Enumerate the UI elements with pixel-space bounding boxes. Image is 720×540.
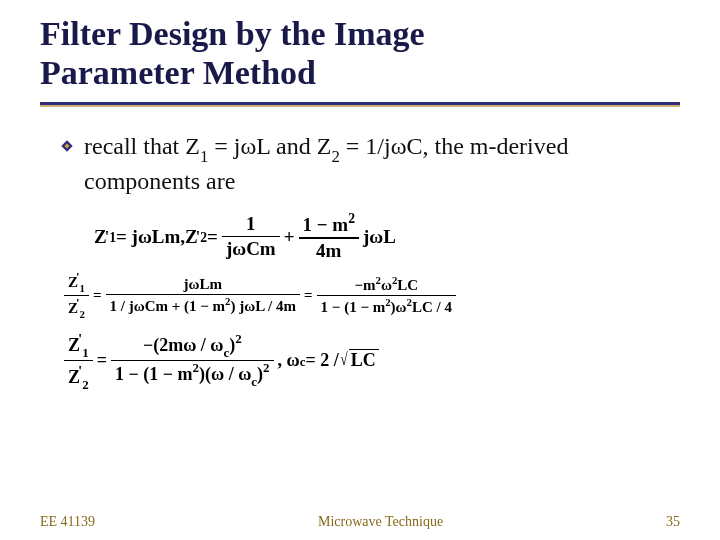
text-frag: = (93, 287, 102, 304)
denominator: 1 / jωCm + (1 − m2) jωL / 4m (106, 295, 301, 316)
superscript: 2 (225, 295, 230, 307)
superscript: 2 (376, 274, 381, 286)
text-frag: ω (381, 277, 392, 293)
fraction: Z'1 Z'2 (64, 329, 93, 392)
text-frag: = jωL and Z (208, 133, 331, 159)
slide-content: recall that Z1 = jωL and Z2 = 1/jωC, the… (0, 105, 720, 392)
text-frag: = 2 / (305, 350, 338, 371)
superscript: 2 (392, 274, 397, 286)
subscript: 2 (80, 308, 85, 320)
text-frag: )ω (391, 299, 407, 315)
text-frag: = jωLm, (116, 226, 185, 248)
denominator: jωCm (222, 237, 280, 261)
subscript: c (251, 374, 257, 389)
text-frag: LC (397, 277, 418, 293)
footer-center: Microwave Technique (318, 514, 443, 530)
text-frag: , ω (278, 350, 300, 371)
text-frag: 1 − (1 − m (321, 299, 386, 315)
text-frag: recall that Z (84, 133, 200, 159)
slide-title: Filter Design by the Image Parameter Met… (0, 0, 720, 98)
equations: Z'1 = jωLm, Z'2 = 1 jωCm + 1 − m2 4m jωL… (60, 211, 676, 392)
numerator: 1 − m2 (299, 211, 360, 237)
text-frag: = (207, 226, 218, 248)
subscript: 1 (200, 147, 208, 166)
denominator: 4m (312, 239, 345, 263)
title-line1: Filter Design by the Image (40, 15, 425, 52)
denominator: Z'2 (64, 361, 93, 392)
footer-left: EE 41139 (40, 514, 95, 530)
fraction: jωLm 1 / jωCm + (1 − m2) jωL / 4m (106, 275, 301, 316)
equation-2: Z'1 Z'2 = jωLm 1 / jωCm + (1 − m2) jωL /… (60, 270, 676, 320)
fraction: Z'1 Z'2 (64, 270, 89, 320)
subscript: c (300, 354, 306, 370)
text-frag: jωL (363, 226, 396, 248)
subscript: 2 (200, 230, 207, 246)
superscript: 2 (385, 296, 390, 308)
text-frag: −(2mω / ω (143, 335, 224, 355)
fraction: 1 jωCm (222, 212, 280, 261)
superscript: 2 (193, 360, 199, 375)
slide-footer: EE 41139 Microwave Technique 35 (0, 514, 720, 530)
numerator: −m2ω2LC (350, 274, 422, 295)
superscript: 2 (348, 211, 355, 226)
subscript: c (223, 345, 229, 360)
fraction: −m2ω2LC 1 − (1 − m2)ω2LC / 4 (317, 274, 456, 317)
text-frag: LC / 4 (412, 299, 452, 315)
denominator: 1 − (1 − m2)ω2LC / 4 (317, 296, 456, 317)
text-frag: = (304, 287, 313, 304)
subscript: 2 (82, 377, 88, 392)
text-frag: = (97, 350, 107, 371)
numerator: −(2mω / ωc)2 (139, 332, 246, 360)
equation-1: Z'1 = jωLm, Z'2 = 1 jωCm + 1 − m2 4m jωL (94, 211, 676, 262)
surd-symbol: √ (340, 349, 347, 371)
title-line2: Parameter Method (40, 54, 316, 91)
superscript: 2 (407, 296, 412, 308)
bullet-text: recall that Z1 = jωL and Z2 = 1/jωC, the… (84, 131, 676, 197)
equation-3: Z'1 Z'2 = −(2mω / ωc)2 1 − (1 − m2)(ω / … (60, 329, 676, 392)
numerator: jωLm (180, 275, 226, 294)
subscript: 1 (109, 230, 116, 246)
denominator: Z'2 (64, 296, 89, 320)
subscript: 1 (82, 345, 88, 360)
text-frag: 1 − m (303, 214, 349, 235)
subscript: 1 (80, 282, 85, 294)
fraction: 1 − m2 4m (299, 211, 360, 262)
diamond-bullet-icon (60, 139, 74, 153)
square-root: √LC (339, 349, 379, 371)
text-frag: + (284, 226, 295, 248)
text-frag: 1 / jωCm + (1 − m (110, 298, 226, 314)
numerator: Z'1 (64, 329, 93, 360)
subscript: 2 (331, 147, 339, 166)
numerator: Z'1 (64, 270, 89, 294)
fraction: −(2mω / ωc)2 1 − (1 − m2)(ω / ωc)2 (111, 332, 274, 389)
bullet-item: recall that Z1 = jωL and Z2 = 1/jωC, the… (60, 131, 676, 197)
denominator: 1 − (1 − m2)(ω / ωc)2 (111, 361, 274, 389)
numerator: 1 (242, 212, 260, 236)
footer-page-number: 35 (666, 514, 680, 530)
radicand: LC (349, 349, 379, 371)
text-frag: )(ω / ω (199, 364, 251, 384)
text-frag: −m (354, 277, 375, 293)
text-frag: 1 − (1 − m (115, 364, 193, 384)
superscript: 2 (263, 360, 269, 375)
superscript: 2 (235, 331, 241, 346)
text-frag: ) jωL / 4m (230, 298, 296, 314)
